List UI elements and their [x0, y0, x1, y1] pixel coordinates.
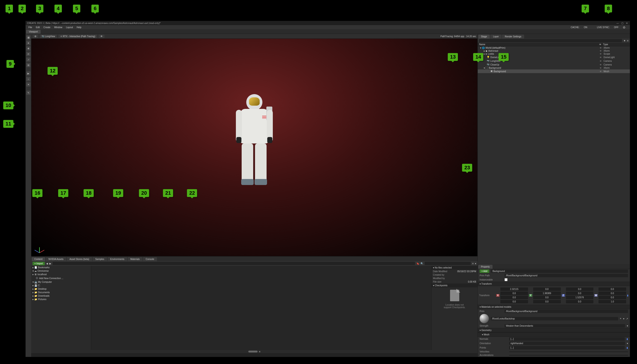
material-locate-icon[interactable]: ⌖ — [620, 317, 621, 320]
tree-omniverse[interactable]: ▾ ☁ Omniverse — [31, 269, 91, 273]
tz3[interactable]: 0.0 — [566, 300, 594, 303]
viewport-canvas[interactable] — [31, 38, 477, 256]
path-input[interactable] — [53, 262, 415, 265]
accelerations-field[interactable] — [509, 355, 628, 356]
materials-section-header[interactable]: Materials on selected models — [478, 305, 630, 309]
material-prim-field[interactable]: /Root/Background/Background — [504, 310, 628, 313]
tab-content[interactable]: Content — [32, 257, 45, 261]
stage-filter-icon[interactable]: ▼ — [623, 40, 626, 42]
mesh-section-header[interactable]: Mesh — [478, 332, 630, 337]
tree-add-connection[interactable]: ➕ Add New Connection ... — [31, 276, 91, 280]
material-strength-select[interactable]: Weaker than Descendants — [504, 324, 625, 328]
tool-light2-icon[interactable]: ✦ — [26, 82, 31, 86]
tx3[interactable]: 0.0 — [500, 300, 528, 303]
tree-downloads[interactable]: ▸ 📁 Downloads — [31, 294, 91, 298]
tree-desktop[interactable]: ▸ 📁 Desktop — [31, 287, 91, 291]
thumbnail-size-slider[interactable]: ≡ — [31, 350, 477, 353]
tool-pointer-icon[interactable]: ➤ — [26, 41, 31, 45]
nav-back-icon[interactable]: ◀ — [46, 262, 48, 265]
stage-row-closeup[interactable]: 📷 CloseUpCamera — [478, 63, 630, 66]
tx2[interactable]: 0.0 — [500, 296, 528, 299]
tw1[interactable]: 0.0 — [598, 292, 626, 295]
tx0[interactable]: 2.32115 — [500, 288, 528, 291]
stage-row-background-mesh[interactable]: ▣ BackgroundMesh — [478, 70, 630, 73]
tool-scale-icon[interactable]: ⤢ — [26, 58, 31, 62]
filter-icon[interactable]: ▾ — [475, 262, 476, 265]
ty0[interactable]: 0.0 — [533, 288, 561, 291]
ty3[interactable]: 0.0 — [533, 300, 561, 303]
add-property-button[interactable]: + Add — [480, 270, 489, 273]
tab-stage[interactable]: Stage — [478, 34, 490, 38]
stage-options-icon[interactable]: ≡ — [627, 40, 628, 42]
menu-window[interactable]: Window — [52, 26, 64, 29]
stage-tree[interactable]: ▾ 🌐 World (defaultPrim)Xform ▸ ◆ Astrona… — [478, 46, 630, 264]
browser-tree[interactable]: ▸ 📑 Bookmarks ▾ ☁ Omniverse ▸ 🖥 localhos… — [31, 266, 91, 350]
tool-light-icon[interactable]: ☼ — [26, 77, 31, 81]
tree-drive-c[interactable]: ▸ 💾 C: — [31, 284, 91, 287]
viewport-settings-icon[interactable]: ⚙ — [33, 34, 38, 38]
prim-name-field[interactable]: Background — [491, 270, 628, 273]
tool-brush-icon[interactable]: ✎ — [26, 91, 31, 95]
cache-status[interactable]: CACHE: ON — [567, 26, 591, 29]
stage-row-domelight[interactable]: 💡 DomeLightDomeLight — [478, 55, 630, 59]
orientation-select[interactable]: rightHanded — [509, 342, 625, 345]
nav-forward-icon[interactable]: ▶ — [49, 262, 51, 265]
normals-field[interactable]: [...] — [509, 337, 625, 341]
tree-my-computer[interactable]: ▾ 💻 My Computer — [31, 280, 91, 284]
tab-asset-stores[interactable]: Asset Stores (beta) — [67, 257, 92, 261]
stage-search-input[interactable] — [479, 39, 622, 42]
tab-layer[interactable]: Layer — [490, 34, 501, 38]
maximize-button[interactable]: ▢ — [620, 22, 624, 24]
close-button[interactable]: ✕ — [625, 22, 628, 24]
stage-row-astronaut[interactable]: ▸ ◆ AstronautXform — [478, 49, 630, 52]
checkpoints-header[interactable]: ▾ Checkpoints — [432, 284, 477, 288]
tab-nvidia-assets[interactable]: NVIDIA Assets — [46, 257, 66, 261]
stage-row-looks[interactable]: ▸ ● LooksScope — [478, 52, 630, 55]
tab-render-settings[interactable]: Render Settings — [502, 34, 524, 38]
renderer-selector[interactable]: ⚛ RTX - Interactive (Path Tracing) — [58, 34, 97, 38]
geometry-section-header[interactable]: Geometry — [478, 328, 630, 332]
menu-file[interactable]: File — [27, 26, 34, 29]
tw0[interactable]: 0.0 — [598, 288, 626, 291]
velocities-field[interactable] — [509, 351, 628, 352]
transform-section-header[interactable]: Transform — [478, 282, 630, 286]
tab-environments[interactable]: Environments — [108, 257, 127, 261]
browser-search-input[interactable] — [425, 262, 471, 265]
stage-row-background-xform[interactable]: ▾ ⛶ BackgroundXform — [478, 66, 630, 70]
tab-console[interactable]: Console — [143, 257, 157, 261]
tz1[interactable]: 0.0 — [566, 292, 594, 295]
menu-help[interactable]: Help — [75, 26, 83, 29]
menu-layout[interactable]: Layout — [64, 26, 75, 29]
menu-create[interactable]: Create — [42, 26, 52, 29]
tab-viewport[interactable]: Viewport — [26, 30, 41, 34]
ty2[interactable]: 0.0 — [533, 296, 561, 299]
stage-row-world[interactable]: ▾ 🌐 World (defaultPrim)Xform — [478, 46, 630, 49]
minimize-button[interactable]: — — [616, 22, 619, 24]
material-path-field[interactable]: /Root/Looks/Backdrop — [491, 317, 618, 320]
import-button[interactable]: + Import — [33, 262, 45, 265]
tab-materials[interactable]: Materials — [128, 257, 143, 261]
tree-localhost[interactable]: ▸ 🖥 localhost — [31, 273, 91, 276]
tree-bookmarks[interactable]: ▸ 📑 Bookmarks — [31, 266, 91, 269]
tw3[interactable]: 1.0 — [598, 300, 626, 303]
tree-pictures[interactable]: ▸ 📁 Pictures — [31, 298, 91, 301]
camera-selector[interactable]: 📷 LongView — [40, 34, 57, 38]
tx1[interactable]: 0.0 — [500, 292, 528, 295]
material-dropdown-icon[interactable]: ▾ — [623, 318, 624, 320]
tw2[interactable]: 0.0 — [598, 296, 626, 299]
transform-add-icon[interactable]: ▮ — [627, 294, 628, 297]
tz2[interactable]: 1.52578 — [566, 296, 594, 299]
tool-play-icon[interactable]: ▶ — [26, 71, 31, 76]
material-export-icon[interactable]: ↗ — [626, 318, 628, 320]
stage-row-longview[interactable]: 📷 LongViewCamera — [478, 59, 630, 63]
bookmark-icon[interactable]: 🔖 — [416, 262, 419, 265]
axis-gizmo[interactable] — [35, 244, 44, 253]
menu-edit[interactable]: Edit — [34, 26, 42, 29]
visibility-toggle-icon[interactable]: 👁 — [99, 34, 105, 38]
tool-snap-icon[interactable]: ⊞ — [26, 63, 31, 67]
ty1[interactable]: 1.98389 — [533, 292, 561, 295]
tool-move-icon[interactable]: ✥ — [26, 46, 31, 50]
browser-content-area[interactable] — [91, 266, 431, 350]
tool-select-box-icon[interactable]: ▦ — [26, 35, 31, 40]
tab-property[interactable]: Property — [478, 265, 492, 269]
